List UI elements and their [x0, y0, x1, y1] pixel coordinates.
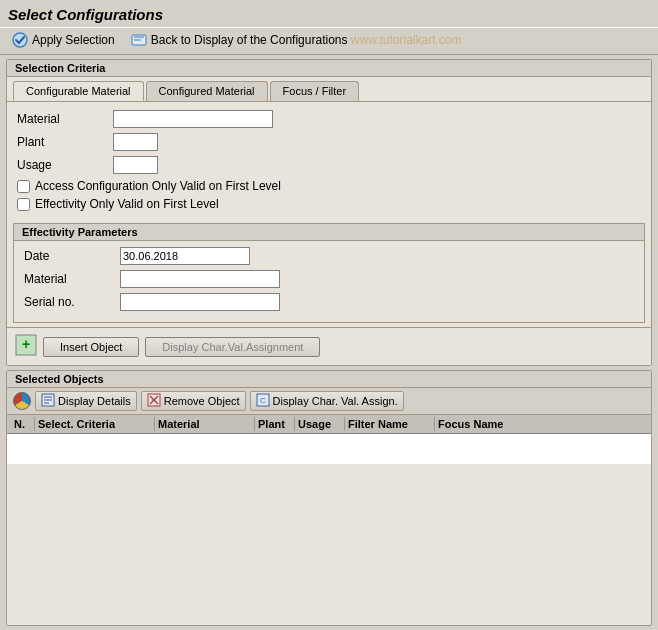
selection-criteria-title: Selection Criteria [7, 60, 651, 77]
col-usage: Usage [295, 417, 345, 431]
remove-object-label: Remove Object [164, 395, 240, 407]
effectivity-title: Effectivity Parameters [14, 224, 644, 241]
col-select-criteria: Select. Criteria [35, 417, 155, 431]
selection-tabs: Configurable Material Configured Materia… [7, 77, 651, 101]
serial-label: Serial no. [24, 295, 114, 309]
eff-material-label: Material [24, 272, 114, 286]
usage-row: Usage [17, 156, 641, 174]
watermark: www.tutorialkart.com [351, 33, 462, 47]
display-charval-assign-label: Display Char. Val. Assign. [273, 395, 398, 407]
selected-toolbar: Display Details Remove Object [7, 388, 651, 415]
selected-objects-panel: Selected Objects Display Details [6, 370, 652, 626]
globe-icon [13, 392, 31, 410]
tab-content-configurable: Material Plant Usage Access Configuratio… [7, 101, 651, 223]
display-details-icon [41, 393, 55, 409]
table-header: N. Select. Criteria Material Plant Usage… [7, 415, 651, 434]
plant-row: Plant [17, 133, 641, 151]
display-charval-button[interactable]: Display Char.Val.Assignment [145, 337, 320, 357]
usage-label: Usage [17, 158, 107, 172]
svg-text:C: C [260, 396, 266, 405]
eff-material-row: Material [24, 270, 634, 288]
material-row: Material [17, 110, 641, 128]
effectivity-panel: Effectivity Parameters Date Material Ser… [13, 223, 645, 323]
tab-focus-filter[interactable]: Focus / Filter [270, 81, 360, 101]
apply-label: Apply Selection [32, 33, 115, 47]
tab-configurable-material[interactable]: Configurable Material [13, 81, 144, 101]
checkbox1-label: Access Configuration Only Valid on First… [35, 179, 281, 193]
display-details-label: Display Details [58, 395, 131, 407]
apply-icon [12, 32, 28, 48]
checkbox1-row: Access Configuration Only Valid on First… [17, 179, 641, 193]
display-details-button[interactable]: Display Details [35, 391, 137, 411]
checkbox2-row: Effectivity Only Valid on First Level [17, 197, 641, 211]
page-title: Select Configurations [8, 6, 163, 23]
col-focus-name: Focus Name [435, 417, 525, 431]
col-material: Material [155, 417, 255, 431]
back-button[interactable]: Back to Display of the Configurations ww… [127, 30, 466, 50]
selection-criteria-panel: Selection Criteria Configurable Material… [6, 59, 652, 366]
plant-label: Plant [17, 135, 107, 149]
date-label: Date [24, 249, 114, 263]
material-input[interactable] [113, 110, 273, 128]
apply-selection-button[interactable]: Apply Selection [8, 30, 119, 50]
date-input[interactable] [120, 247, 250, 265]
main-window: Select Configurations Apply Selection [0, 0, 658, 630]
svg-text:+: + [22, 336, 30, 352]
insert-object-button[interactable]: Insert Object [43, 337, 139, 357]
col-filter-name: Filter Name [345, 417, 435, 431]
back-icon [131, 32, 147, 48]
material-label: Material [17, 112, 107, 126]
date-row: Date [24, 247, 634, 265]
bottom-toolbar: + Insert Object Display Char.Val.Assignm… [7, 327, 651, 365]
main-content: Selection Criteria Configurable Material… [0, 55, 658, 630]
effectivity-checkbox[interactable] [17, 198, 30, 211]
usage-input[interactable] [113, 156, 158, 174]
access-config-checkbox[interactable] [17, 180, 30, 193]
charval-icon: C [256, 393, 270, 409]
col-plant: Plant [255, 417, 295, 431]
serial-row: Serial no. [24, 293, 634, 311]
remove-object-button[interactable]: Remove Object [141, 391, 246, 411]
display-charval-assign-button[interactable]: C Display Char. Val. Assign. [250, 391, 404, 411]
remove-icon [147, 393, 161, 409]
effectivity-content: Date Material Serial no. [14, 241, 644, 322]
table-body [7, 434, 651, 464]
plant-input[interactable] [113, 133, 158, 151]
col-number: N. [11, 417, 35, 431]
title-bar: Select Configurations [0, 0, 658, 27]
back-label: Back to Display of the Configurations ww… [151, 33, 462, 47]
tab-configured-material[interactable]: Configured Material [146, 81, 268, 101]
eff-material-input[interactable] [120, 270, 280, 288]
serial-input[interactable] [120, 293, 280, 311]
checkbox2-label: Effectivity Only Valid on First Level [35, 197, 219, 211]
insert-icon: + [15, 334, 37, 359]
main-toolbar: Apply Selection Back to Display of the C… [0, 27, 658, 55]
selected-objects-title: Selected Objects [7, 371, 651, 388]
